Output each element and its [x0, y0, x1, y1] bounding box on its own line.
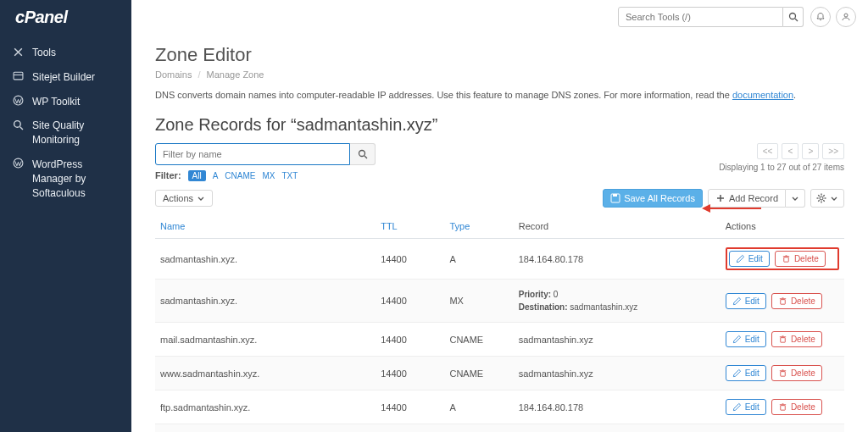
record-value: sadmantashin.xyz [519, 335, 593, 345]
cell-ttl: 14400 [376, 424, 444, 433]
caret-down-icon [197, 194, 205, 202]
edit-button[interactable]: Edit [726, 399, 766, 415]
table-row: screeonodrop.sadmantashin.xyz. 14400 A 1… [155, 424, 844, 433]
cell-ttl: 14400 [376, 280, 444, 323]
account-button[interactable] [836, 7, 856, 27]
cell-type: A [444, 390, 513, 424]
cell-record: sadmantashin.xyz [514, 323, 721, 357]
sidebar-item-2[interactable]: WP Toolkit [0, 90, 131, 114]
page-description: DNS converts domain names into computer-… [155, 90, 844, 100]
wp-icon [12, 158, 24, 169]
record-value: 184.164.80.178 [519, 402, 583, 413]
table-row: sadmantashin.xyz. 14400 A 184.164.80.178… [155, 239, 844, 280]
search-input[interactable] [618, 7, 783, 27]
sidebar-item-label: Tools [32, 46, 56, 60]
global-search [618, 7, 804, 27]
add-record-dropdown[interactable] [786, 189, 805, 208]
cell-ttl: 14400 [376, 357, 444, 390]
cell-name: sadmantashin.xyz. [155, 239, 376, 280]
delete-button[interactable]: Delete [771, 365, 822, 381]
bulk-actions-button[interactable]: Actions [155, 190, 213, 207]
pencil-icon [736, 254, 745, 263]
search-button[interactable] [783, 7, 804, 27]
edit-button[interactable]: Edit [726, 331, 766, 347]
save-icon [610, 193, 620, 203]
magnify-icon [12, 119, 24, 130]
cell-actions: Edit Delete [721, 424, 844, 433]
sidebar-item-3[interactable]: Site Quality Monitoring [0, 114, 131, 152]
filter-label: Filter: [155, 170, 181, 180]
trash-icon [778, 335, 787, 344]
table-row: mail.sadmantashin.xyz. 14400 CNAME sadma… [155, 323, 844, 357]
documentation-link[interactable]: documentation [732, 90, 793, 100]
notifications-button[interactable] [810, 7, 831, 27]
pencil-icon [732, 402, 742, 412]
filter-input[interactable] [155, 143, 350, 165]
sidebar-item-0[interactable]: Tools [0, 41, 131, 65]
pager-1[interactable]: < [782, 143, 798, 159]
gear-icon [816, 193, 826, 203]
edit-button[interactable]: Edit [726, 293, 766, 309]
cell-record: sadmantashin.xyz [514, 357, 721, 390]
delete-button[interactable]: Delete [771, 331, 822, 347]
trash-icon [782, 254, 791, 263]
table-row: sadmantashin.xyz. 14400 MX Priority: 0De… [155, 280, 844, 323]
brand-logo: Panel [15, 8, 67, 27]
sidebar-item-label: WordPress Manager by Softaculous [32, 158, 120, 200]
cell-actions: Edit Delete [721, 280, 844, 323]
filter-tag-txt[interactable]: TXT [281, 171, 298, 180]
section-title: Zone Records for “sadmantashin.xyz” [155, 115, 844, 135]
pencil-icon [732, 296, 742, 306]
table-row: www.sadmantashin.xyz. 14400 CNAME sadman… [155, 357, 844, 390]
table-row: ftp.sadmantashin.xyz. 14400 A 184.164.80… [155, 390, 844, 424]
pager-2[interactable]: > [802, 143, 819, 159]
cell-record: 184.164.80.178 [514, 424, 721, 433]
filter-tag-a[interactable]: A [213, 171, 219, 180]
cell-type: A [444, 424, 513, 433]
filter-search-button[interactable] [350, 143, 376, 165]
trash-icon [778, 296, 787, 306]
table-settings-button[interactable] [810, 189, 844, 208]
breadcrumb-current: Manage Zone [207, 69, 264, 80]
col-type[interactable]: Type [444, 214, 513, 239]
record-value: sadmantashin.xyz [519, 368, 593, 379]
edit-button[interactable]: Edit [729, 251, 770, 267]
pager-3[interactable]: >> [822, 143, 844, 159]
sidebar-item-label: WP Toolkit [32, 95, 80, 109]
sidebar-item-1[interactable]: Sitejet Builder [0, 65, 131, 90]
col-ttl[interactable]: TTL [376, 214, 444, 239]
sitejet-icon [12, 70, 24, 82]
breadcrumb-root[interactable]: Domains [155, 69, 192, 80]
col-name[interactable]: Name [155, 214, 376, 239]
sidebar-item-4[interactable]: WordPress Manager by Softaculous [0, 152, 131, 205]
pager-info: Displaying 1 to 27 out of 27 items [719, 163, 844, 172]
cell-actions: Edit Delete [721, 239, 844, 280]
cell-record: Priority: 0Destination: sadmantashin.xyz [514, 280, 721, 323]
save-all-records-button[interactable]: Save All Records [603, 189, 703, 208]
filter-tag-cname[interactable]: CNAME [225, 171, 255, 180]
highlighted-actions: Edit Delete [726, 247, 839, 270]
cell-type: CNAME [444, 323, 513, 357]
filter-tag-mx[interactable]: MX [262, 171, 275, 180]
tools-icon [12, 46, 24, 58]
pager-0[interactable]: << [757, 143, 779, 159]
cell-name: mail.sadmantashin.xyz. [155, 323, 376, 357]
cell-record: 184.164.80.178 [514, 239, 721, 280]
page-title: Zone Editor [155, 44, 844, 66]
cell-name: sadmantashin.xyz. [155, 280, 376, 323]
cell-name: ftp.sadmantashin.xyz. [155, 390, 376, 424]
filter-tag-all[interactable]: All [188, 170, 206, 181]
main-content: Zone Editor Domains / Manage Zone DNS co… [131, 0, 868, 432]
delete-button[interactable]: Delete [771, 399, 822, 415]
edit-button[interactable]: Edit [726, 365, 766, 381]
delete-button[interactable]: Delete [771, 293, 822, 309]
wp-icon [12, 95, 24, 107]
top-bar: Panel [0, 0, 868, 34]
cell-actions: Edit Delete [721, 323, 844, 357]
caret-down-icon [830, 194, 838, 202]
pencil-icon [732, 368, 742, 378]
delete-button[interactable]: Delete [775, 251, 826, 267]
logo-area[interactable]: Panel [0, 0, 131, 34]
cell-actions: Edit Delete [721, 390, 844, 424]
col-actions: Actions [721, 214, 844, 239]
